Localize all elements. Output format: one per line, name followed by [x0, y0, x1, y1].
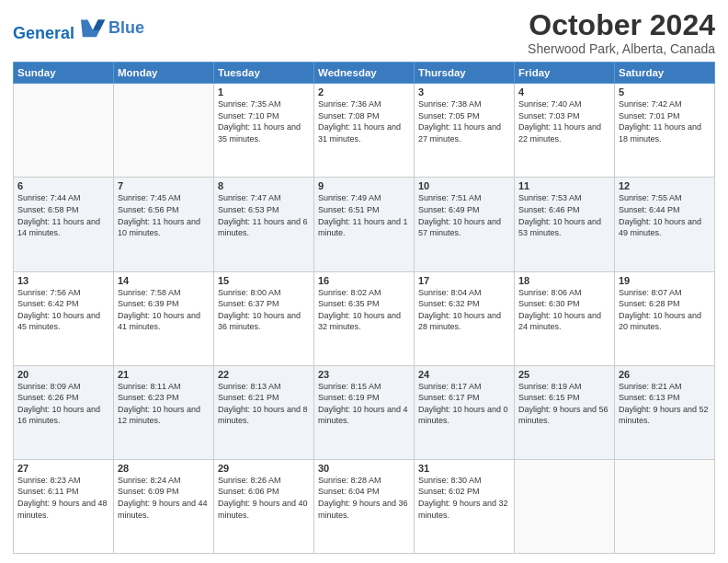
day-number: 6	[17, 180, 109, 191]
day-number: 20	[17, 369, 109, 380]
day-info: Sunrise: 7:40 AM Sunset: 7:03 PM Dayligh…	[518, 98, 610, 144]
calendar-cell: 18Sunrise: 8:06 AM Sunset: 6:30 PM Dayli…	[515, 271, 615, 365]
calendar-cell: 9Sunrise: 7:49 AM Sunset: 6:51 PM Daylig…	[314, 178, 415, 271]
day-number: 28	[118, 463, 210, 474]
day-info: Sunrise: 8:00 AM Sunset: 6:37 PM Dayligh…	[218, 287, 310, 333]
day-number: 8	[218, 180, 310, 191]
day-info: Sunrise: 8:15 AM Sunset: 6:19 PM Dayligh…	[318, 381, 410, 427]
day-number: 9	[318, 180, 410, 191]
day-info: Sunrise: 7:42 AM Sunset: 7:01 PM Dayligh…	[619, 98, 711, 144]
day-info: Sunrise: 7:38 AM Sunset: 7:05 PM Dayligh…	[418, 98, 510, 144]
day-number: 24	[418, 369, 510, 380]
day-info: Sunrise: 8:02 AM Sunset: 6:35 PM Dayligh…	[318, 287, 410, 333]
calendar-cell: 7Sunrise: 7:45 AM Sunset: 6:56 PM Daylig…	[114, 178, 214, 271]
day-number: 25	[518, 369, 610, 380]
day-info: Sunrise: 8:26 AM Sunset: 6:06 PM Dayligh…	[218, 475, 310, 521]
calendar-cell: 28Sunrise: 8:24 AM Sunset: 6:09 PM Dayli…	[114, 459, 214, 553]
calendar-cell: 22Sunrise: 8:13 AM Sunset: 6:21 PM Dayli…	[214, 365, 314, 459]
calendar-cell: 25Sunrise: 8:19 AM Sunset: 6:15 PM Dayli…	[515, 365, 615, 459]
day-number: 29	[218, 463, 310, 474]
day-number: 15	[218, 275, 310, 286]
day-info: Sunrise: 8:09 AM Sunset: 6:26 PM Dayligh…	[17, 381, 109, 427]
day-number: 11	[518, 180, 610, 191]
logo-blue: Blue	[108, 19, 144, 38]
calendar-cell: 14Sunrise: 7:58 AM Sunset: 6:39 PM Dayli…	[114, 271, 214, 365]
col-wednesday: Wednesday	[314, 63, 415, 84]
calendar-cell: 8Sunrise: 7:47 AM Sunset: 6:53 PM Daylig…	[214, 178, 314, 271]
calendar-cell: 4Sunrise: 7:40 AM Sunset: 7:03 PM Daylig…	[515, 84, 615, 178]
calendar-cell	[114, 84, 214, 178]
calendar-cell: 30Sunrise: 8:28 AM Sunset: 6:04 PM Dayli…	[314, 459, 415, 553]
calendar-cell: 21Sunrise: 8:11 AM Sunset: 6:23 PM Dayli…	[114, 365, 214, 459]
col-thursday: Thursday	[415, 63, 515, 84]
day-info: Sunrise: 8:28 AM Sunset: 6:04 PM Dayligh…	[318, 475, 410, 521]
calendar-cell	[14, 84, 114, 178]
calendar-cell: 6Sunrise: 7:44 AM Sunset: 6:58 PM Daylig…	[14, 178, 114, 271]
col-saturday: Saturday	[615, 63, 715, 84]
calendar-cell: 12Sunrise: 7:55 AM Sunset: 6:44 PM Dayli…	[615, 178, 715, 271]
calendar-cell: 16Sunrise: 8:02 AM Sunset: 6:35 PM Dayli…	[314, 271, 415, 365]
calendar-cell: 3Sunrise: 7:38 AM Sunset: 7:05 PM Daylig…	[415, 84, 515, 178]
title-block: October 2024 Sherwood Park, Alberta, Can…	[528, 9, 715, 56]
day-info: Sunrise: 7:53 AM Sunset: 6:46 PM Dayligh…	[518, 192, 610, 238]
calendar-week-row: 6Sunrise: 7:44 AM Sunset: 6:58 PM Daylig…	[14, 178, 715, 271]
day-number: 23	[318, 369, 410, 380]
day-info: Sunrise: 7:49 AM Sunset: 6:51 PM Dayligh…	[318, 192, 410, 238]
calendar-cell: 26Sunrise: 8:21 AM Sunset: 6:13 PM Dayli…	[615, 365, 715, 459]
day-info: Sunrise: 8:06 AM Sunset: 6:30 PM Dayligh…	[518, 287, 610, 333]
day-number: 18	[518, 275, 610, 286]
day-info: Sunrise: 7:44 AM Sunset: 6:58 PM Dayligh…	[17, 192, 109, 238]
calendar-subtitle: Sherwood Park, Alberta, Canada	[528, 41, 715, 56]
calendar-cell: 5Sunrise: 7:42 AM Sunset: 7:01 PM Daylig…	[615, 84, 715, 178]
day-number: 17	[418, 275, 510, 286]
calendar-cell: 31Sunrise: 8:30 AM Sunset: 6:02 PM Dayli…	[415, 459, 515, 553]
col-sunday: Sunday	[14, 63, 114, 84]
calendar-cell: 27Sunrise: 8:23 AM Sunset: 6:11 PM Dayli…	[14, 459, 114, 553]
day-number: 4	[518, 86, 610, 98]
day-info: Sunrise: 7:56 AM Sunset: 6:42 PM Dayligh…	[17, 287, 109, 333]
day-number: 19	[619, 275, 711, 286]
day-info: Sunrise: 8:04 AM Sunset: 6:32 PM Dayligh…	[418, 287, 510, 333]
day-number: 22	[218, 369, 310, 380]
svg-marker-1	[93, 19, 105, 29]
day-number: 30	[318, 463, 410, 474]
day-number: 27	[17, 463, 109, 474]
day-number: 2	[318, 86, 410, 98]
day-info: Sunrise: 8:19 AM Sunset: 6:15 PM Dayligh…	[518, 381, 610, 427]
calendar-cell: 20Sunrise: 8:09 AM Sunset: 6:26 PM Dayli…	[14, 365, 114, 459]
day-info: Sunrise: 8:23 AM Sunset: 6:11 PM Dayligh…	[17, 475, 109, 521]
day-number: 21	[118, 369, 210, 380]
calendar-cell: 29Sunrise: 8:26 AM Sunset: 6:06 PM Dayli…	[214, 459, 314, 553]
calendar-week-row: 13Sunrise: 7:56 AM Sunset: 6:42 PM Dayli…	[14, 271, 715, 365]
calendar-week-row: 20Sunrise: 8:09 AM Sunset: 6:26 PM Dayli…	[14, 365, 715, 459]
header: General Blue October 2024 Sherwood Park,…	[13, 9, 715, 56]
col-friday: Friday	[515, 63, 615, 84]
logo-general: General	[13, 24, 74, 42]
day-number: 7	[118, 180, 210, 191]
calendar-cell: 13Sunrise: 7:56 AM Sunset: 6:42 PM Dayli…	[14, 271, 114, 365]
day-number: 10	[418, 180, 510, 191]
day-info: Sunrise: 8:21 AM Sunset: 6:13 PM Dayligh…	[619, 381, 711, 427]
calendar-table: Sunday Monday Tuesday Wednesday Thursday…	[13, 62, 715, 554]
day-number: 5	[619, 86, 711, 98]
calendar-week-row: 1Sunrise: 7:35 AM Sunset: 7:10 PM Daylig…	[14, 84, 715, 178]
calendar-cell: 2Sunrise: 7:36 AM Sunset: 7:08 PM Daylig…	[314, 84, 415, 178]
day-info: Sunrise: 8:30 AM Sunset: 6:02 PM Dayligh…	[418, 475, 510, 521]
logo-icon	[81, 13, 107, 39]
calendar-cell: 11Sunrise: 7:53 AM Sunset: 6:46 PM Dayli…	[515, 178, 615, 271]
day-info: Sunrise: 8:13 AM Sunset: 6:21 PM Dayligh…	[218, 381, 310, 427]
day-info: Sunrise: 8:17 AM Sunset: 6:17 PM Dayligh…	[418, 381, 510, 427]
day-info: Sunrise: 8:11 AM Sunset: 6:23 PM Dayligh…	[118, 381, 210, 427]
day-info: Sunrise: 7:35 AM Sunset: 7:10 PM Dayligh…	[218, 98, 310, 144]
day-number: 14	[118, 275, 210, 286]
calendar-cell: 15Sunrise: 8:00 AM Sunset: 6:37 PM Dayli…	[214, 271, 314, 365]
calendar-cell: 19Sunrise: 8:07 AM Sunset: 6:28 PM Dayli…	[615, 271, 715, 365]
col-monday: Monday	[114, 63, 214, 84]
calendar-cell: 17Sunrise: 8:04 AM Sunset: 6:32 PM Dayli…	[415, 271, 515, 365]
day-number: 12	[619, 180, 711, 191]
calendar-page: General Blue October 2024 Sherwood Park,…	[0, 0, 728, 563]
day-number: 26	[619, 369, 711, 380]
day-info: Sunrise: 7:55 AM Sunset: 6:44 PM Dayligh…	[619, 192, 711, 238]
calendar-cell: 10Sunrise: 7:51 AM Sunset: 6:49 PM Dayli…	[415, 178, 515, 271]
day-info: Sunrise: 7:45 AM Sunset: 6:56 PM Dayligh…	[118, 192, 210, 238]
